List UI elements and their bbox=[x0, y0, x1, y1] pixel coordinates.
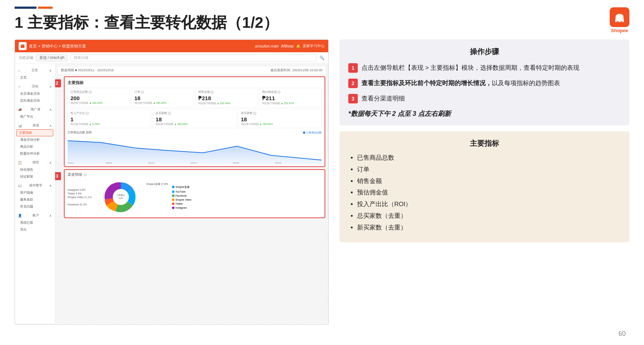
list-item-orders: 订单 bbox=[357, 165, 621, 174]
chart-svg: 10/11 10/12 10/13 10/14 10/15 10/16 bbox=[68, 135, 322, 164]
metric-change-sales: 对比前个时间段 ▲ 282.46% bbox=[198, 102, 255, 105]
store-label: 当前店铺 bbox=[19, 55, 33, 60]
metric-card-commission: 预估佣金值 i ₱211 对比前个时间段 ▲ 251.67% bbox=[259, 88, 322, 107]
metric-change-roi: 对比前个时间段 ▲ 8.76% bbox=[70, 122, 148, 126]
metric-title-orders: 订单 i bbox=[134, 90, 191, 94]
sidebar-item-export[interactable]: 导出 bbox=[15, 226, 55, 233]
main-title: 1 主要指标：查看主要转化数据（1/2） bbox=[0, 9, 644, 39]
sidebar-item-conversion[interactable]: 转化报告 bbox=[15, 166, 55, 173]
info-icon-commission: i bbox=[277, 91, 280, 94]
sidebar-performance-label[interactable]: 📊表现∧ bbox=[15, 122, 55, 129]
sidebar-item-system[interactable]: 系统已装 bbox=[15, 219, 55, 226]
metric-card-sales: 销售金额 i ₱218 对比前个时间段 ▲ 282.46% bbox=[195, 88, 258, 107]
channel-section-wrapper: 3 渠道明细 i Instagram 5.6% Twitter 5.6% Sho… bbox=[58, 169, 325, 218]
donut-chart: 订单数占 比% bbox=[95, 179, 146, 215]
step-num-1: 1 bbox=[348, 63, 358, 73]
app-header: 首页 > 营销中心 > 联盟营销方案 amsulton.main Affilis… bbox=[15, 40, 328, 52]
info-icon-roi: i bbox=[86, 112, 89, 115]
legend-facebook: Facebook bbox=[172, 194, 192, 197]
svg-text:10/16: 10/16 bbox=[275, 162, 281, 164]
info-icon-buyers: i bbox=[168, 112, 171, 115]
sidebar-item-user-guide[interactable]: 用户指南 bbox=[15, 189, 55, 196]
sidebar-tutorial-label[interactable]: 📖操作教学∧ bbox=[15, 182, 55, 189]
info-icon-orders: i bbox=[141, 91, 144, 94]
step-3: 3 查看分渠道明细 bbox=[348, 94, 621, 103]
metric-title-sales: 销售金额 i bbox=[198, 90, 255, 94]
sidebar-section-tutorial: 📖操作教学∧ 用户指南 服务条款 常见问题 bbox=[15, 182, 55, 210]
metrics-grid-bottom: 投入产出比 i 1 对比前个时间段 ▲ 8.76% 总买家数 i bbox=[68, 109, 322, 128]
info-icon-sales: i bbox=[211, 91, 214, 94]
deco-line-blue bbox=[15, 7, 37, 9]
step-2: 2 查看主要指标及环比前个特定时期的增长情况，以及每项指标的趋势图表 bbox=[348, 79, 621, 88]
metric-card-roi: 投入产出比 i 1 对比前个时间段 ▲ 8.76% bbox=[68, 109, 151, 128]
app-nav: 首页 > 营销中心 > 联盟营销方案 bbox=[29, 43, 253, 49]
content-area: 首页 > 营销中心 > 联盟营销方案 amsulton.main Affilis… bbox=[0, 39, 644, 325]
sidebar-home-label[interactable]: ⌂主页∧ bbox=[15, 67, 55, 74]
metric-title-new-buyers: 新买家数 i bbox=[241, 111, 319, 115]
donut-labels-left: Instagram 5.6% Twitter 5.6% Shopee Video… bbox=[68, 189, 92, 206]
sidebar-section-reports: 📋报告∧ 转化报告 结证财算 bbox=[15, 159, 55, 180]
metric-value-commission: ₱211 bbox=[262, 95, 319, 102]
metric-title-commission: 预估佣金值 i bbox=[262, 90, 319, 94]
metric-value-roi: 1 bbox=[70, 116, 148, 122]
sidebar-account-label[interactable]: 👤账户∧ bbox=[15, 212, 55, 219]
label-instagram: Instagram 5.6% bbox=[68, 189, 92, 191]
svg-text:10/13: 10/13 bbox=[148, 162, 154, 164]
channel-title: 渠道明细 i bbox=[68, 172, 322, 177]
sidebar-activities-label[interactable]: ☆活动∧ bbox=[15, 83, 55, 90]
svg-text:10/12: 10/12 bbox=[106, 162, 112, 164]
sidebar-item-activity-analysis[interactable]: 满金活动分析 bbox=[15, 136, 55, 143]
svg-text:订单数占: 订单数占 bbox=[116, 194, 125, 196]
sidebar-item-faq[interactable]: 常见问题 bbox=[15, 203, 55, 210]
shopee-logo-bag bbox=[610, 7, 629, 27]
svg-text:比%: 比% bbox=[119, 197, 123, 199]
metric-card-new-buyers: 新买家数 i 18 对比前个时间段 ▲ 260.00% bbox=[238, 109, 322, 128]
sidebar-item-settlement[interactable]: 结证财算 bbox=[15, 173, 55, 180]
top-bar bbox=[0, 0, 644, 9]
legend-instagram: Instagram bbox=[172, 206, 192, 209]
metric-card-buyers: 总买家数 i 18 对比前个时间段 ▲ 260.00% bbox=[153, 109, 236, 128]
date-bar: 数据周期 ■ 2023/10/11 - 2023/10/16 最后更新时间: 2… bbox=[58, 67, 325, 74]
instruction-panel: 操作步骤 1 点击左侧导航栏【表现 > 主要指标】模块，选择数据周期，查看特定时… bbox=[340, 39, 629, 325]
metrics-section-wrapper: 2 主要指标 已售商品总数 i 200 对比前个时间段 ▲ 4 bbox=[58, 76, 325, 167]
last-update: 最后更新时间: 2023/11/08 15:02:00 bbox=[271, 68, 322, 73]
sidebar-item-platform[interactable]: 推广平台 bbox=[15, 113, 55, 120]
legend-twitter: Twitter bbox=[172, 202, 192, 205]
date-range[interactable]: 数据周期 ■ 2023/10/11 - 2023/10/16 bbox=[61, 68, 114, 73]
svg-text:10/14: 10/14 bbox=[190, 162, 197, 164]
section-label-3: 3 bbox=[55, 172, 61, 180]
sidebar-item-product-analysis[interactable]: 商品分析 bbox=[15, 143, 55, 150]
sidebar-item-main-metrics[interactable]: 主要指标 bbox=[16, 129, 53, 136]
list-item-new-buyers: 新买家数（去重） bbox=[357, 223, 621, 232]
store-search[interactable]: 搜索店铺 bbox=[70, 54, 317, 61]
sidebar-item-terms[interactable]: 服务条款 bbox=[15, 196, 55, 203]
metric-value-sales: ₱218 bbox=[198, 95, 255, 102]
sidebar-section-activities: ☆活动∧ 全店满金活动 定向满金活动 bbox=[15, 83, 55, 104]
legend-dot-shopee-live bbox=[172, 186, 175, 188]
sidebar-section-performance: 📊表现∧ 主要指标 满金活动分析 商品分析 联盟伙伴分析 bbox=[15, 122, 55, 157]
app-main: 数据周期 ■ 2023/10/11 - 2023/10/16 最后更新时间: 2… bbox=[55, 64, 328, 323]
sidebar-item-targeted[interactable]: 定向满金活动 bbox=[15, 97, 55, 104]
chart-legend-dot bbox=[303, 132, 305, 134]
legend-shopee-live: Shopee直播 bbox=[172, 185, 192, 189]
sidebar-item-home[interactable]: 主页 bbox=[15, 74, 55, 81]
metric-change-commission: 对比前个时间段 ▲ 251.67% bbox=[262, 102, 319, 105]
app-body: ⌂主页∧ 主页 ☆活动∧ 全店满金活动 定向满金活动 📣推广者∧ 推广平台 bbox=[15, 64, 328, 323]
sidebar-item-partner-analysis[interactable]: 联盟伙伴分析 bbox=[15, 150, 55, 157]
list-item-sold: 已售商品总数 bbox=[357, 153, 621, 162]
metrics-list-title: 主要指标 bbox=[348, 139, 621, 148]
step-num-2: 2 bbox=[348, 79, 358, 88]
metric-value-sold: 200 bbox=[70, 95, 127, 101]
svg-rect-2 bbox=[617, 16, 622, 21]
sidebar-advertiser-label[interactable]: 📣推广者∧ bbox=[15, 106, 55, 113]
sidebar: ⌂主页∧ 主页 ☆活动∧ 全店满金活动 定向满金活动 📣推广者∧ 推广平台 bbox=[15, 64, 55, 323]
section-label-2: 2 bbox=[55, 79, 61, 87]
sidebar-reports-label[interactable]: 📋报告∧ bbox=[15, 159, 55, 166]
metric-title-roi: 投入产出比 i bbox=[70, 111, 148, 115]
legend: Shopee直播 YouTube Facebook bbox=[172, 185, 192, 209]
svg-rect-3 bbox=[21, 45, 24, 48]
sidebar-item-all-activities[interactable]: 全店满金活动 bbox=[15, 90, 55, 97]
chart-label: 已售商品总数 趋势 已售商品总数 bbox=[68, 130, 322, 134]
metric-card-sold: 已售商品总数 i 200 对比前个时间段 ▲ 440.54% bbox=[68, 88, 130, 107]
store-name[interactable]: 直连 / cnsc4.ph bbox=[36, 54, 68, 61]
